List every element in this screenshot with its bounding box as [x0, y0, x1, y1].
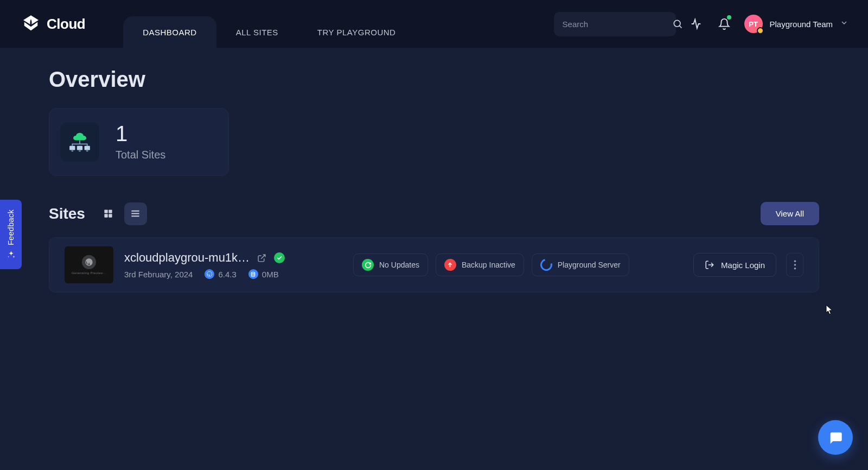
list-icon: [130, 208, 141, 219]
site-badges: No Updates Backup Inactive Playground Se…: [353, 253, 629, 276]
svg-point-12: [252, 272, 255, 274]
refresh-icon: [362, 259, 374, 271]
notification-dot-icon: [727, 15, 731, 20]
wordpress-badge-icon: [205, 269, 214, 279]
page-title: Overview: [49, 67, 819, 92]
logo[interactable]: Cloud: [20, 12, 85, 35]
server-badge[interactable]: Playground Server: [532, 253, 629, 276]
site-info: xcloudplaygrou-mu1k… 3rd February, 2024: [124, 251, 320, 279]
nav-dashboard[interactable]: DASHBOARD: [123, 16, 216, 48]
logo-text: Cloud: [47, 16, 85, 33]
server-spinner-icon: [538, 257, 554, 273]
svg-rect-9: [105, 214, 108, 217]
avatar-initials: PT: [749, 20, 758, 28]
database-icon: [248, 269, 258, 279]
notifications-icon[interactable]: [716, 16, 732, 32]
feedback-tab[interactable]: Feedback: [0, 200, 22, 269]
svg-rect-2: [77, 145, 82, 150]
chevron-down-icon: [840, 18, 848, 29]
sparkle-icon: [7, 250, 16, 259]
site-actions: Magic Login: [693, 253, 803, 277]
grid-view-toggle[interactable]: [97, 202, 120, 225]
svg-rect-1: [69, 145, 75, 150]
nav-try-playground[interactable]: TRY PLAYGROUND: [298, 16, 416, 48]
site-size: 0MB: [248, 269, 279, 279]
feedback-label: Feedback: [7, 209, 15, 245]
svg-point-0: [674, 20, 680, 27]
team-menu[interactable]: PT Playground Team: [744, 15, 848, 33]
svg-rect-3: [85, 145, 90, 150]
total-sites-card[interactable]: 1 Total Sites: [49, 108, 229, 176]
view-all-button[interactable]: View All: [761, 202, 819, 225]
logo-icon: [20, 12, 42, 35]
sites-section-head: Sites View All: [49, 202, 819, 225]
nav-all-sites[interactable]: ALL SITES: [216, 16, 298, 48]
updates-badge[interactable]: No Updates: [353, 253, 428, 276]
site-name[interactable]: xcloudplaygrou-mu1k…: [124, 251, 250, 265]
kebab-icon: [794, 260, 796, 270]
login-icon: [705, 260, 714, 270]
svg-rect-6: [86, 150, 88, 151]
verified-icon: [274, 252, 285, 263]
total-sites-label: Total Sites: [116, 149, 165, 161]
list-view-toggle[interactable]: [124, 202, 147, 225]
main-nav: DASHBOARD ALL SITES TRY PLAYGROUND: [123, 0, 415, 48]
app-header: Cloud DASHBOARD ALL SITES TRY PLAYGROUND: [0, 0, 868, 48]
team-name: Playground Team: [770, 20, 833, 29]
stat-text: 1 Total Sites: [116, 123, 165, 161]
site-row[interactable]: Generating Preview… xcloudplaygrou-mu1k……: [49, 237, 819, 293]
backup-icon: [444, 259, 456, 271]
total-sites-count: 1: [116, 123, 165, 144]
view-toggle-group: [97, 202, 147, 225]
sites-icon: [60, 123, 99, 162]
svg-point-13: [794, 260, 796, 262]
site-name-row: xcloudplaygrou-mu1k…: [124, 251, 320, 265]
avatar-status-dot-icon: [757, 27, 764, 34]
site-more-menu[interactable]: [786, 253, 803, 277]
svg-point-15: [794, 268, 796, 270]
site-meta: 3rd February, 2024 6.4.3 0MB: [124, 269, 320, 279]
svg-rect-8: [109, 209, 112, 213]
search-box[interactable]: [554, 12, 676, 36]
site-wp-version: 6.4.3: [205, 269, 236, 279]
chat-icon: [828, 430, 843, 445]
site-thumbnail: Generating Preview…: [65, 246, 113, 283]
svg-rect-7: [105, 209, 108, 213]
grid-icon: [103, 208, 113, 219]
header-right: PT Playground Team: [554, 12, 848, 36]
search-input[interactable]: [563, 20, 666, 29]
search-icon[interactable]: [672, 18, 683, 29]
thumb-caption: Generating Preview…: [72, 271, 106, 275]
activity-icon[interactable]: [688, 16, 704, 32]
svg-rect-4: [72, 150, 73, 151]
svg-point-14: [794, 264, 796, 266]
wordpress-icon: [82, 255, 96, 269]
backup-badge[interactable]: Backup Inactive: [436, 253, 524, 276]
sites-title: Sites: [49, 205, 85, 223]
avatar: PT: [744, 15, 763, 33]
svg-rect-5: [79, 150, 80, 151]
external-link-icon[interactable]: [257, 253, 266, 263]
chat-button[interactable]: [818, 420, 853, 455]
site-date: 3rd February, 2024: [124, 270, 193, 279]
magic-login-button[interactable]: Magic Login: [693, 253, 776, 277]
main-content: Overview 1 Total Sites Sites: [0, 48, 868, 470]
svg-rect-10: [109, 214, 112, 217]
